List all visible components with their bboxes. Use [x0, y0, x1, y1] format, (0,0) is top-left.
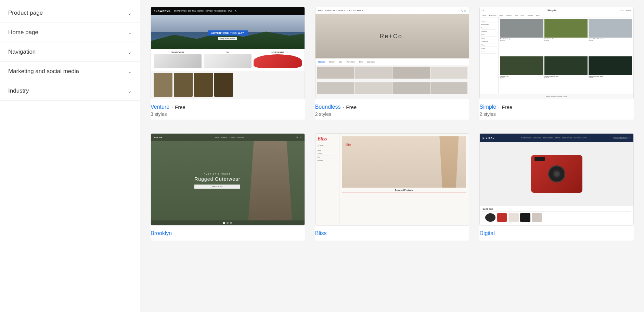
- digital-shop-for: SHOP FOR: [480, 206, 633, 225]
- sidebar-item-industry[interactable]: Industry ⌄: [0, 81, 140, 101]
- simple-cat-shirts: Shirts: [536, 15, 539, 16]
- brooklyn-dot: [227, 222, 229, 224]
- simple-nav: 🔍 Simple. 🛒(0) Checkout: [480, 7, 633, 14]
- brooklyn-theme-name[interactable]: Brooklyn: [151, 230, 172, 236]
- digital-camera-product: [531, 155, 582, 193]
- simple-nav-left: 🔍: [482, 10, 484, 11]
- sidebar-item-label: Industry: [8, 87, 29, 94]
- theme-card-digital[interactable]: DIGITAL PHOTOGRAPHY VIDEO-CINE ACCESSORI…: [479, 133, 634, 241]
- simple-cart-icon: 🛒(0): [620, 10, 623, 11]
- bliss-hero-logo-overlay: Bliss: [346, 143, 351, 146]
- themes-main-content: SNOWDEVIL SNOWBOARDS SKI MEN WOMEN BRAND…: [140, 0, 644, 312]
- simple-cat-denim: Denim: [499, 15, 503, 16]
- brooklyn-dot: [230, 222, 232, 224]
- chevron-down-icon: ⌄: [128, 88, 132, 94]
- bliss-left-sidebar: Bliss 🛒 Cart Home Catalog Blog About Us: [315, 134, 339, 225]
- digital-nav-links: PHOTOGRAPHY VIDEO-CINE ACCESSORIES LENSE…: [521, 137, 587, 139]
- digital-brand-logo: DIGITAL: [482, 137, 494, 139]
- sidebar-item-product-page[interactable]: Product page ⌄: [0, 3, 140, 23]
- boundless-tab-promotions: Promotions: [347, 61, 355, 63]
- venture-col-label: ACCESSORIES: [254, 51, 301, 53]
- venture-product-cards: [151, 71, 305, 99]
- brooklyn-hero-title: Rugged Outerwear: [194, 176, 240, 182]
- bliss-layout: Bliss 🛒 Cart Home Catalog Blog About Us: [315, 134, 469, 225]
- bliss-cart-icon: 🛒: [318, 145, 320, 147]
- venture-col-label: SKI: [204, 51, 252, 53]
- bliss-theme-name[interactable]: Bliss: [315, 230, 327, 236]
- simple-theme-info: Simple · Free 2 styles: [479, 99, 634, 120]
- venture-product-img-board: [154, 54, 202, 68]
- bliss-theme-info: Bliss: [315, 226, 469, 241]
- sidebar-item-navigation[interactable]: Navigation ⌄: [0, 42, 140, 62]
- simple-product-img-2: [544, 19, 588, 38]
- digital-nav-photography: PHOTOGRAPHY: [521, 137, 531, 139]
- simple-cat-jeans: Jeans: [514, 15, 518, 16]
- venture-jacket-card: [154, 73, 172, 97]
- venture-search-icon: 🔍: [235, 10, 237, 12]
- bliss-menu-about: About Us: [318, 159, 337, 162]
- digital-nav-lenses: LENSES: [555, 137, 560, 139]
- theme-card-brooklyn[interactable]: BKLYN. MENS WOMENS JUNIORS OUTDOOR 🔍 🛒: [151, 133, 305, 241]
- simple-sidebar-outerwear: Outerwear: [481, 40, 497, 43]
- theme-card-boundless[interactable]: HOME BRANDS MEN WOMEN STYLE LOOKBOOK 🔍 🛒…: [315, 7, 469, 120]
- boundless-thumb-3: [392, 67, 430, 79]
- boundless-theme-name[interactable]: Boundless: [315, 104, 341, 110]
- theme-preview-bliss: Bliss 🛒 Cart Home Catalog Blog About Us: [315, 133, 469, 226]
- simple-sidebar-home: Home: [481, 19, 497, 23]
- simple-brand-logo: Simple.: [548, 9, 557, 12]
- brooklyn-name-row: Brooklyn: [151, 230, 305, 236]
- boundless-thumb-7: [392, 82, 430, 94]
- simple-cat-accessories: Accessories: [489, 15, 497, 16]
- venture-product-snowboards: SNOWBOARDS: [154, 51, 202, 69]
- brooklyn-nav-womens: WOMENS: [221, 137, 227, 138]
- chevron-down-icon: ⌄: [128, 10, 132, 16]
- theme-preview-venture: SNOWDEVIL SNOWBOARDS SKI MEN WOMEN BRAND…: [151, 7, 305, 99]
- simple-products-grid: Arrow Shacket - Indigo $1,199.95 Arrow S…: [499, 17, 633, 94]
- digital-nav: DIGITAL PHOTOGRAPHY VIDEO-CINE ACCESSORI…: [480, 134, 633, 142]
- digital-nav-video: VIDEO-CINE: [533, 137, 541, 139]
- bliss-menu-home: Home: [318, 149, 337, 152]
- chevron-down-icon: ⌄: [128, 49, 132, 55]
- simple-product-price-3: $1,799.95: [589, 40, 632, 41]
- boundless-thumbnails: [315, 65, 469, 99]
- simple-name-row: Simple · Free: [479, 104, 634, 110]
- theme-card-simple[interactable]: 🔍 Simple. 🛒(0) Checkout Home Accessories…: [479, 7, 634, 120]
- boundless-tab-women: Women: [329, 61, 335, 63]
- venture-product-img-hat: [254, 54, 301, 68]
- brooklyn-nav-icons: 🔍 🛒: [296, 136, 302, 138]
- simple-theme-name[interactable]: Simple: [479, 104, 496, 110]
- theme-card-venture[interactable]: SNOWDEVIL SNOWBOARDS SKI MEN WOMEN BRAND…: [151, 7, 305, 120]
- simple-sidebar-tshirt: T-shirt: [481, 47, 497, 50]
- digital-prod-3: [508, 213, 519, 222]
- simple-product-price-6: $1,399.95: [589, 77, 632, 79]
- venture-theme-info: Venture · Free 3 styles: [151, 99, 305, 120]
- bliss-featured-underline: [342, 192, 466, 192]
- venture-styles: 3 styles: [151, 111, 305, 117]
- boundless-tab-men: Men: [339, 61, 343, 63]
- chevron-down-icon: ⌄: [128, 30, 132, 35]
- simple-product-6: Operator Denim Jacket - Black $1,399.95: [589, 56, 632, 93]
- brooklyn-sub-text: AMERICA'S FINEST: [194, 173, 240, 175]
- venture-col-label: SNOWBOARDS: [154, 51, 202, 53]
- simple-category-nav: Home Accessories Denim Footwear Jeans Pa…: [480, 14, 633, 17]
- brooklyn-cart-icon: 🛒: [300, 136, 302, 138]
- theme-preview-brooklyn: BKLYN. MENS WOMENS JUNIORS OUTDOOR 🔍 🛒: [151, 133, 305, 226]
- boundless-dot: ·: [343, 104, 344, 110]
- theme-card-bliss[interactable]: Bliss 🛒 Cart Home Catalog Blog About Us: [315, 133, 469, 241]
- boundless-thumb-4: [430, 67, 468, 79]
- venture-products-row: SNOWBOARDS SKI ACCESSORIES: [151, 49, 305, 71]
- boundless-tab-lookbook: Lookbook: [367, 61, 375, 63]
- brooklyn-hero: AMERICA'S FINEST Rugged Outerwear SHOP N…: [151, 141, 305, 220]
- simple-product-3: Compound Denim Pullover Jacket $1,799.95: [589, 19, 632, 55]
- simple-search-icon: 🔍: [482, 10, 484, 11]
- venture-theme-name[interactable]: Venture: [151, 104, 169, 110]
- digital-theme-name[interactable]: Digital: [479, 230, 494, 236]
- sidebar-item-marketing-social[interactable]: Marketing and social media ⌄: [0, 62, 140, 81]
- bliss-featured-label: Featured Products: [395, 189, 413, 191]
- simple-product-2: Arrow Shacket - Olive $1,099.95: [544, 19, 588, 55]
- bliss-hero-image: Bliss: [342, 136, 466, 188]
- sidebar-item-home-page[interactable]: Home page ⌄: [0, 23, 140, 42]
- venture-price: Free: [175, 104, 185, 110]
- sidebar-item-label: Home page: [8, 29, 38, 36]
- digital-products-row: [482, 212, 631, 223]
